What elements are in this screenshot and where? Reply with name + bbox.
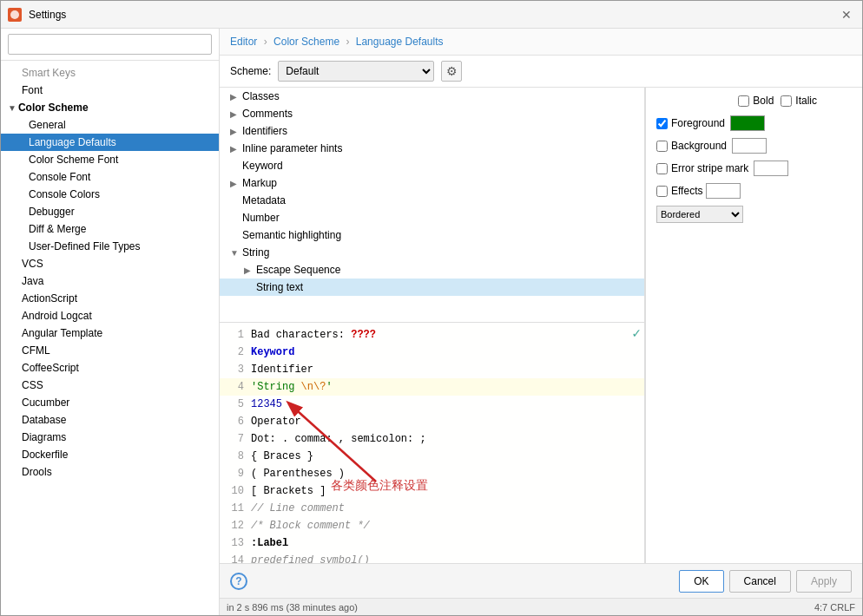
preview-line-13: 13 :Label (220, 534, 644, 552)
tree-item-number[interactable]: ▶Number (220, 209, 644, 226)
tree-item-string[interactable]: ▼String (220, 244, 644, 261)
scheme-label: Scheme: (230, 65, 271, 77)
background-row: Background (656, 138, 817, 154)
tree-item-inline-hints[interactable]: ▶Inline parameter hints (220, 140, 644, 157)
foreground-checkbox[interactable] (656, 118, 668, 129)
preview-line-9: 9 ( Parentheses ) (220, 465, 644, 482)
tree-panel: ▶Classes ▶Comments ▶Identifiers ▶Inline … (220, 88, 645, 563)
error-stripe-checkbox[interactable] (656, 163, 668, 174)
sidebar-item-console-font[interactable]: Console Font (1, 168, 219, 186)
sidebar-item-font[interactable]: Font (1, 82, 219, 99)
bottom-right: OK Cancel Apply (679, 570, 852, 593)
foreground-row: Foreground (656, 115, 817, 131)
sidebar-item-smart-keys[interactable]: Smart Keys (1, 64, 219, 82)
tree-item-identifiers[interactable]: ▶Identifiers (220, 122, 644, 140)
status-left: in 2 s 896 ms (38 minutes ago) (227, 602, 358, 613)
preview-line-10: 10 [ Brackets ] (220, 482, 644, 500)
preview-line-12: 12 /* Block comment */ (220, 517, 644, 534)
foreground-checkbox-label[interactable]: Foreground (656, 117, 725, 129)
breadcrumb-editor: Editor (230, 36, 257, 48)
ok-button[interactable]: OK (679, 570, 723, 593)
error-stripe-color-swatch[interactable] (754, 161, 788, 176)
scheme-select[interactable]: Default (278, 61, 434, 82)
preview-line-7: 7 Dot: . comma: , semicolon: ; (220, 430, 644, 448)
search-box (1, 29, 219, 61)
sidebar-item-color-scheme[interactable]: ▼ Color Scheme (1, 99, 219, 116)
sidebar-item-cfml[interactable]: CFML (1, 342, 219, 359)
tree-item-comments[interactable]: ▶Comments (220, 105, 644, 122)
sidebar-item-console-colors[interactable]: Console Colors (1, 186, 219, 203)
sidebar-item-color-scheme-font[interactable]: Color Scheme Font (1, 151, 219, 168)
sidebar-item-debugger[interactable]: Debugger (1, 203, 219, 220)
sidebar-item-angular-template[interactable]: Angular Template (1, 324, 219, 342)
effects-checkbox-label[interactable]: Effects (656, 185, 702, 197)
right-section: Editor › Color Scheme › Language Default… (220, 29, 862, 615)
tree-item-keyword[interactable]: ▶Keyword (220, 157, 644, 174)
background-color-swatch[interactable] (732, 138, 767, 154)
tree-item-escape-sequence[interactable]: ▶Escape Sequence (220, 261, 644, 279)
effects-color-swatch[interactable] (706, 183, 741, 199)
sidebar-item-dockerfile[interactable]: Dockerfile (1, 446, 219, 463)
sidebar-item-general[interactable]: General (1, 116, 219, 134)
effects-checkbox[interactable] (656, 186, 668, 197)
foreground-label: Foreground (671, 117, 725, 129)
error-stripe-checkbox-label[interactable]: Error stripe mark (656, 162, 748, 174)
breadcrumb: Editor › Color Scheme › Language Default… (220, 29, 862, 56)
effects-type-row: Bordered (656, 206, 817, 223)
foreground-color-swatch[interactable] (730, 115, 765, 131)
sidebar-item-diff-merge[interactable]: Diff & Merge (1, 220, 219, 238)
sidebar-item-diagrams[interactable]: Diagrams (1, 429, 219, 446)
italic-checkbox[interactable] (781, 95, 792, 107)
background-checkbox-label[interactable]: Background (656, 140, 727, 152)
bottom-bar: ? OK Cancel Apply (220, 563, 862, 598)
sidebar-item-drools[interactable]: Drools (1, 463, 219, 481)
preview-line-1: 1 Bad characters: ???? (220, 326, 644, 344)
preview-line-4: 4 'String \n\?' (220, 378, 644, 396)
background-checkbox[interactable] (656, 141, 668, 152)
sidebar-item-java[interactable]: Java (1, 272, 219, 290)
tree-item-semantic[interactable]: ▶Semantic highlighting (220, 226, 644, 244)
sidebar-tree: Smart Keys Font ▼ Color Scheme General L… (1, 61, 219, 615)
top-right: ▶Classes ▶Comments ▶Identifiers ▶Inline … (220, 88, 862, 563)
preview-line-6: 6 Operator (220, 413, 644, 430)
status-right: 4:7 CRLF (814, 602, 855, 613)
italic-label: Italic (795, 95, 817, 107)
preview-line-8: 8 { Braces } (220, 448, 644, 465)
tree-item-metadata[interactable]: ▶Metadata (220, 192, 644, 209)
sidebar-item-actionscript[interactable]: ActionScript (1, 290, 219, 307)
effects-label: Effects (671, 185, 702, 197)
effects-type-select[interactable]: Bordered (656, 206, 743, 223)
props-panel: Bold Italic Foreground (645, 88, 827, 563)
tree-item-string-text[interactable]: ▶String text (220, 279, 644, 296)
background-label: Background (671, 140, 727, 152)
search-input[interactable] (8, 34, 212, 55)
scheme-gear-button[interactable]: ⚙ (441, 61, 462, 82)
scheme-bar: Scheme: Default ⚙ (220, 56, 862, 88)
tree-item-markup[interactable]: ▶Markup (220, 174, 644, 192)
sidebar-item-css[interactable]: CSS (1, 377, 219, 394)
cancel-button[interactable]: Cancel (729, 570, 791, 593)
apply-button[interactable]: Apply (796, 570, 852, 593)
sidebar-item-database[interactable]: Database (1, 411, 219, 429)
bottom-left: ? (230, 573, 247, 590)
sidebar-item-cucumber[interactable]: Cucumber (1, 394, 219, 411)
preview-line-14: 14 predefined_symbol() (220, 552, 644, 564)
window-title: Settings (29, 9, 66, 21)
sidebar-item-user-defined[interactable]: User-Defined File Types (1, 238, 219, 255)
tree-item-classes[interactable]: ▶Classes (220, 88, 644, 105)
sidebar-item-language-defaults[interactable]: Language Defaults (1, 134, 219, 151)
status-bar: in 2 s 896 ms (38 minutes ago) 4:7 CRLF (220, 598, 862, 615)
preview-area: ✓ 1 Bad characters: ???? 2 Keyword 3 Ide… (220, 323, 644, 564)
italic-checkbox-label[interactable]: Italic (781, 95, 817, 107)
sidebar-item-coffeescript[interactable]: CoffeeScript (1, 359, 219, 377)
sidebar-item-android-logcat[interactable]: Android Logcat (1, 307, 219, 324)
effects-row: Effects (656, 183, 817, 199)
bold-checkbox[interactable] (738, 95, 749, 107)
bold-label: Bold (753, 95, 774, 107)
svg-point-0 (10, 10, 19, 19)
bold-checkbox-label[interactable]: Bold (738, 95, 774, 107)
help-button[interactable]: ? (230, 573, 247, 590)
sidebar-item-vcs[interactable]: VCS (1, 255, 219, 272)
close-button[interactable]: ✕ (838, 6, 855, 23)
breadcrumb-color-scheme: Color Scheme (273, 36, 339, 48)
